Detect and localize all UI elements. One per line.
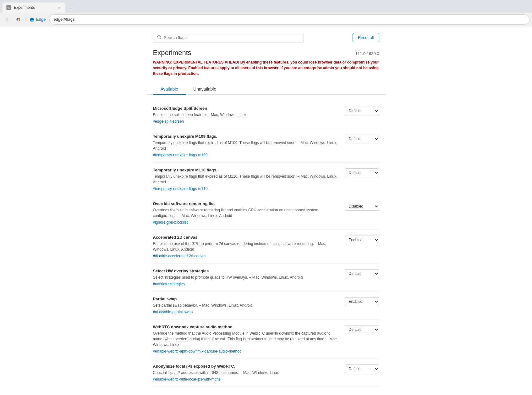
flags-list: Microsoft Edge Split Screen Enables the … — [147, 101, 386, 387]
tab-title: Experiments — [14, 5, 54, 10]
flag-name-1: Temporarily unexpire M109 flags. — [153, 134, 338, 139]
tabs-row: Available Unavailable — [147, 84, 386, 95]
flag-name-0: Microsoft Edge Split Screen — [153, 106, 338, 111]
reset-all-button[interactable]: Reset all — [353, 33, 379, 42]
flag-info-5: Select HW overlay strategies Select stra… — [153, 269, 338, 286]
flag-info-8: Anonymize local IPs exposed by WebRTC. C… — [153, 364, 338, 381]
flag-select-2[interactable]: DefaultEnabledDisabled — [345, 168, 379, 177]
tab-favicon: ⚗ — [6, 5, 11, 10]
page-content: Reset all Experiments 111.0.1639.0 WARNI… — [0, 26, 532, 395]
flag-select-4[interactable]: DefaultEnabledDisabled — [345, 236, 379, 244]
nav-separator — [25, 17, 25, 22]
flag-name-2: Temporarily unexpire M110 flags. — [153, 168, 338, 172]
flag-name-3: Override software rendering list — [153, 201, 338, 206]
flag-control-6: DefaultEnabledDisabled — [345, 297, 379, 306]
flag-desc-6: Sets partial swap behavior. – Mac, Windo… — [153, 303, 338, 308]
flag-control-2: DefaultEnabledDisabled — [345, 168, 379, 177]
version-text: 111.0.1639.0 — [355, 51, 379, 56]
flag-info-6: Partial swap Sets partial swap behavior.… — [153, 297, 338, 314]
reload-button[interactable] — [14, 15, 23, 24]
tab-available[interactable]: Available — [153, 84, 186, 95]
flag-control-3: DefaultEnabledDisabled — [345, 201, 379, 211]
flag-info-7: WebRTC downmix capture audio method. Ove… — [153, 325, 338, 353]
flag-select-5[interactable]: DefaultEnabledDisabled — [345, 269, 379, 278]
flag-link-3[interactable]: #ignore-gpu-blocklist — [153, 220, 188, 225]
warning-bold: WARNING: EXPERIMENTAL FEATURES AHEAD! — [153, 60, 239, 64]
new-tab-button[interactable]: + — [67, 4, 75, 13]
flag-link-4[interactable]: #disable-accelerated-2d-canvas — [153, 254, 206, 258]
search-box[interactable] — [153, 33, 304, 42]
flag-name-7: WebRTC downmix capture audio method. — [153, 325, 338, 329]
flag-select-7[interactable]: DefaultEnabledDisabled — [345, 325, 379, 334]
search-row: Reset all — [147, 33, 386, 42]
flag-desc-0: Enables the split screen feature. – Mac,… — [153, 112, 338, 118]
flag-name-4: Accelerated 2D canvas — [153, 235, 338, 240]
flag-name-6: Partial swap — [153, 297, 338, 301]
flag-info-3: Override software rendering list Overrid… — [153, 201, 338, 225]
flag-name-5: Select HW overlay strategies — [153, 269, 338, 273]
flag-link-8[interactable]: #enable-webrtc-hide-local-ips-with-mdns — [153, 377, 221, 381]
flag-desc-5: Select strategies used to promote quads … — [153, 275, 338, 280]
flag-control-4: DefaultEnabledDisabled — [345, 235, 379, 244]
flag-desc-1: Temporarily unexpire flags that expired … — [153, 140, 338, 151]
search-icon — [157, 35, 162, 40]
flag-control-7: DefaultEnabledDisabled — [345, 325, 379, 334]
edge-label: Edge — [36, 17, 46, 22]
flag-link-7[interactable]: #enable-webrtc-apm-downmix-capture-audio… — [153, 349, 242, 353]
flag-select-3[interactable]: DefaultEnabledDisabled — [345, 202, 379, 211]
flag-item-7: WebRTC downmix capture audio method. Ove… — [153, 320, 379, 359]
flag-item-0: Microsoft Edge Split Screen Enables the … — [153, 101, 379, 129]
address-text: edge://flags — [53, 17, 74, 22]
flag-control-5: DefaultEnabledDisabled — [345, 269, 379, 278]
flag-link-6[interactable]: #ui-disable-partial-swap — [153, 310, 193, 314]
flag-item-3: Override software rendering list Overrid… — [153, 196, 379, 230]
flag-desc-2: Temporarily unexpire flags that expired … — [153, 174, 338, 185]
flag-info-1: Temporarily unexpire M109 flags. Tempora… — [153, 134, 338, 157]
flag-control-0: DefaultEnabledDisabled — [345, 106, 379, 115]
experiments-header: Experiments 111.0.1639.0 WARNING: EXPERI… — [147, 49, 386, 76]
warning-text: WARNING: EXPERIMENTAL FEATURES AHEAD! By… — [153, 59, 379, 76]
page-title: Experiments — [153, 49, 191, 57]
flag-info-0: Microsoft Edge Split Screen Enables the … — [153, 106, 338, 124]
flag-name-8: Anonymize local IPs exposed by WebRTC. — [153, 364, 338, 369]
svg-text:⚗: ⚗ — [7, 6, 10, 9]
flag-control-1: DefaultEnabledDisabled — [345, 134, 379, 143]
flag-desc-7: Override the method that the Audio Proce… — [153, 331, 338, 348]
flag-link-0[interactable]: #edge-split-screen — [153, 119, 184, 124]
flag-item-8: Anonymize local IPs exposed by WebRTC. C… — [153, 359, 379, 387]
flag-item-6: Partial swap Sets partial swap behavior.… — [153, 292, 379, 320]
flag-select-6[interactable]: DefaultEnabledDisabled — [345, 297, 379, 306]
flag-info-4: Accelerated 2D canvas Enables the use of… — [153, 235, 338, 258]
flag-info-2: Temporarily unexpire M110 flags. Tempora… — [153, 168, 338, 191]
svg-line-3 — [160, 38, 161, 39]
tab-close-button[interactable]: × — [57, 5, 62, 10]
search-input[interactable] — [164, 35, 300, 40]
flag-item-5: Select HW overlay strategies Select stra… — [153, 264, 379, 292]
flag-desc-4: Enables the use of the GPU to perform 2d… — [153, 241, 338, 252]
flag-item-1: Temporarily unexpire M109 flags. Tempora… — [153, 129, 379, 163]
flag-link-5[interactable]: #overlay-strategies — [153, 282, 185, 286]
flag-select-1[interactable]: DefaultEnabledDisabled — [345, 135, 379, 143]
flag-control-8: DefaultEnabledDisabled — [345, 364, 379, 373]
flag-select-0[interactable]: DefaultEnabledDisabled — [345, 107, 379, 115]
back-button[interactable] — [3, 15, 11, 24]
edge-logo: Edge — [28, 17, 47, 22]
flag-link-1[interactable]: #temporary-unexpire-flags-m109 — [153, 153, 208, 157]
flag-desc-8: Conceal local IP addresses with mDNS hos… — [153, 370, 338, 376]
tab-unavailable[interactable]: Unavailable — [186, 84, 224, 95]
flag-desc-3: Overrides the built-in software renderin… — [153, 207, 338, 219]
flag-item-4: Accelerated 2D canvas Enables the use of… — [153, 230, 379, 264]
flag-item-2: Temporarily unexpire M110 flags. Tempora… — [153, 163, 379, 196]
active-tab[interactable]: ⚗ Experiments × — [3, 3, 65, 13]
address-bar[interactable]: edge://flags — [49, 14, 529, 25]
flag-link-2[interactable]: #temporary-unexpire-flags-m110 — [153, 186, 208, 191]
title-row: Experiments 111.0.1639.0 — [153, 49, 379, 57]
flag-select-8[interactable]: DefaultEnabledDisabled — [345, 364, 379, 373]
